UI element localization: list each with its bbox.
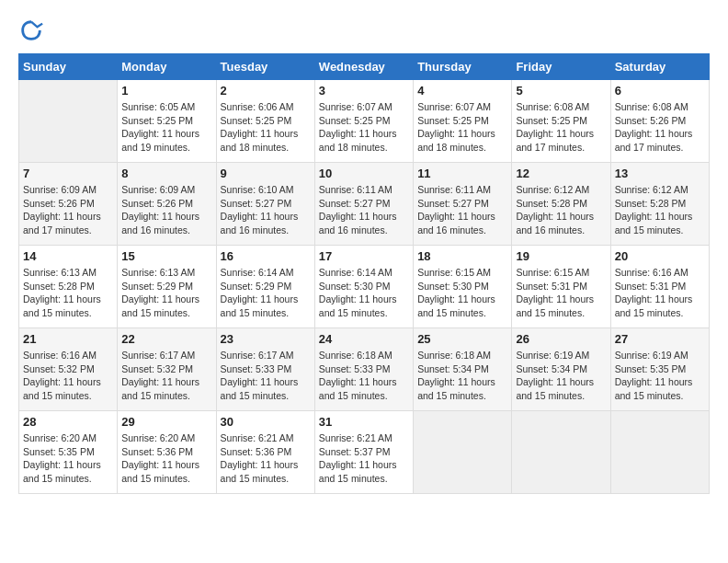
calendar-cell <box>414 411 512 494</box>
calendar-cell: 31Sunrise: 6:21 AMSunset: 5:37 PMDayligh… <box>314 411 413 494</box>
calendar-cell <box>610 411 709 494</box>
calendar-cell: 14Sunrise: 6:13 AMSunset: 5:28 PMDayligh… <box>19 246 118 328</box>
calendar-cell: 1Sunrise: 6:05 AMSunset: 5:25 PMDaylight… <box>118 80 216 163</box>
day-number: 16 <box>221 249 311 263</box>
day-number: 18 <box>417 249 507 263</box>
calendar-table: SundayMondayTuesdayWednesdayThursdayFrid… <box>18 53 710 494</box>
day-info: Sunrise: 6:21 AMSunset: 5:36 PMDaylight:… <box>221 431 311 486</box>
calendar-cell: 30Sunrise: 6:21 AMSunset: 5:36 PMDayligh… <box>216 411 314 494</box>
calendar-cell: 2Sunrise: 6:06 AMSunset: 5:25 PMDaylight… <box>216 80 314 163</box>
day-number: 8 <box>121 167 211 180</box>
day-number: 6 <box>615 84 705 98</box>
day-info: Sunrise: 6:09 AMSunset: 5:26 PMDaylight:… <box>121 183 211 237</box>
day-info: Sunrise: 6:15 AMSunset: 5:30 PMDaylight:… <box>417 266 507 320</box>
weekday-header-monday: Monday <box>118 54 216 80</box>
calendar-cell: 11Sunrise: 6:11 AMSunset: 5:27 PMDayligh… <box>414 163 512 246</box>
day-info: Sunrise: 6:10 AMSunset: 5:27 PMDaylight:… <box>221 183 311 237</box>
day-number: 25 <box>417 332 507 346</box>
weekday-header-wednesday: Wednesday <box>314 54 413 80</box>
day-info: Sunrise: 6:09 AMSunset: 5:26 PMDaylight:… <box>23 183 113 237</box>
calendar-cell: 26Sunrise: 6:19 AMSunset: 5:34 PMDayligh… <box>512 328 610 411</box>
day-number: 14 <box>23 249 113 263</box>
logo <box>18 18 48 44</box>
day-number: 26 <box>516 332 606 346</box>
day-info: Sunrise: 6:18 AMSunset: 5:34 PMDaylight:… <box>417 349 507 403</box>
day-number: 31 <box>319 415 409 429</box>
day-number: 2 <box>221 84 311 98</box>
weekday-header-saturday: Saturday <box>610 54 709 80</box>
day-info: Sunrise: 6:12 AMSunset: 5:28 PMDaylight:… <box>615 183 705 237</box>
calendar-cell: 4Sunrise: 6:07 AMSunset: 5:25 PMDaylight… <box>414 80 512 163</box>
day-number: 19 <box>516 249 606 263</box>
day-info: Sunrise: 6:11 AMSunset: 5:27 PMDaylight:… <box>417 183 507 237</box>
calendar-cell: 3Sunrise: 6:07 AMSunset: 5:25 PMDaylight… <box>314 80 413 163</box>
calendar-cell: 22Sunrise: 6:17 AMSunset: 5:32 PMDayligh… <box>118 328 216 411</box>
day-info: Sunrise: 6:17 AMSunset: 5:33 PMDaylight:… <box>221 349 311 403</box>
day-number: 12 <box>516 167 606 180</box>
calendar-cell: 6Sunrise: 6:08 AMSunset: 5:26 PMDaylight… <box>610 80 709 163</box>
calendar-cell: 16Sunrise: 6:14 AMSunset: 5:29 PMDayligh… <box>216 246 314 328</box>
calendar-cell: 10Sunrise: 6:11 AMSunset: 5:27 PMDayligh… <box>314 163 413 246</box>
day-number: 11 <box>417 167 507 180</box>
day-info: Sunrise: 6:21 AMSunset: 5:37 PMDaylight:… <box>319 431 409 486</box>
day-number: 13 <box>615 167 705 180</box>
day-info: Sunrise: 6:16 AMSunset: 5:32 PMDaylight:… <box>23 349 113 403</box>
day-number: 7 <box>23 167 113 180</box>
calendar-cell: 28Sunrise: 6:20 AMSunset: 5:35 PMDayligh… <box>19 411 118 494</box>
calendar-cell: 12Sunrise: 6:12 AMSunset: 5:28 PMDayligh… <box>512 163 610 246</box>
calendar-cell: 29Sunrise: 6:20 AMSunset: 5:36 PMDayligh… <box>118 411 216 494</box>
calendar-cell: 17Sunrise: 6:14 AMSunset: 5:30 PMDayligh… <box>314 246 413 328</box>
day-number: 4 <box>417 84 507 98</box>
calendar-week-3: 14Sunrise: 6:13 AMSunset: 5:28 PMDayligh… <box>19 246 710 328</box>
calendar-week-4: 21Sunrise: 6:16 AMSunset: 5:32 PMDayligh… <box>19 328 710 411</box>
day-info: Sunrise: 6:14 AMSunset: 5:30 PMDaylight:… <box>319 266 409 320</box>
day-info: Sunrise: 6:20 AMSunset: 5:35 PMDaylight:… <box>23 431 113 486</box>
day-number: 27 <box>615 332 705 346</box>
calendar-cell: 19Sunrise: 6:15 AMSunset: 5:31 PMDayligh… <box>512 246 610 328</box>
day-number: 28 <box>23 415 113 429</box>
day-info: Sunrise: 6:12 AMSunset: 5:28 PMDaylight:… <box>516 183 606 237</box>
day-number: 21 <box>23 332 113 346</box>
logo-icon <box>18 18 44 44</box>
calendar-week-5: 28Sunrise: 6:20 AMSunset: 5:35 PMDayligh… <box>19 411 710 494</box>
day-info: Sunrise: 6:19 AMSunset: 5:35 PMDaylight:… <box>615 349 705 403</box>
day-number: 5 <box>516 84 606 98</box>
day-info: Sunrise: 6:07 AMSunset: 5:25 PMDaylight:… <box>319 100 409 155</box>
day-info: Sunrise: 6:15 AMSunset: 5:31 PMDaylight:… <box>516 266 606 320</box>
day-number: 29 <box>121 415 211 429</box>
day-info: Sunrise: 6:18 AMSunset: 5:33 PMDaylight:… <box>319 349 409 403</box>
weekday-header-thursday: Thursday <box>414 54 512 80</box>
day-number: 30 <box>221 415 311 429</box>
calendar-cell: 20Sunrise: 6:16 AMSunset: 5:31 PMDayligh… <box>610 246 709 328</box>
calendar-cell: 27Sunrise: 6:19 AMSunset: 5:35 PMDayligh… <box>610 328 709 411</box>
weekday-header-sunday: Sunday <box>19 54 118 80</box>
day-info: Sunrise: 6:07 AMSunset: 5:25 PMDaylight:… <box>417 100 507 155</box>
day-info: Sunrise: 6:16 AMSunset: 5:31 PMDaylight:… <box>615 266 705 320</box>
day-info: Sunrise: 6:05 AMSunset: 5:25 PMDaylight:… <box>121 100 211 155</box>
calendar-cell: 13Sunrise: 6:12 AMSunset: 5:28 PMDayligh… <box>610 163 709 246</box>
calendar-cell: 23Sunrise: 6:17 AMSunset: 5:33 PMDayligh… <box>216 328 314 411</box>
day-info: Sunrise: 6:20 AMSunset: 5:36 PMDaylight:… <box>121 431 211 486</box>
day-info: Sunrise: 6:08 AMSunset: 5:25 PMDaylight:… <box>516 100 606 155</box>
calendar-cell: 9Sunrise: 6:10 AMSunset: 5:27 PMDaylight… <box>216 163 314 246</box>
calendar-cell: 8Sunrise: 6:09 AMSunset: 5:26 PMDaylight… <box>118 163 216 246</box>
day-info: Sunrise: 6:13 AMSunset: 5:29 PMDaylight:… <box>121 266 211 320</box>
day-number: 9 <box>221 167 311 180</box>
day-number: 10 <box>319 167 409 180</box>
weekday-header-tuesday: Tuesday <box>216 54 314 80</box>
calendar-cell: 25Sunrise: 6:18 AMSunset: 5:34 PMDayligh… <box>414 328 512 411</box>
calendar-cell <box>19 80 118 163</box>
day-number: 23 <box>221 332 311 346</box>
day-number: 15 <box>121 249 211 263</box>
calendar-cell <box>512 411 610 494</box>
calendar-week-2: 7Sunrise: 6:09 AMSunset: 5:26 PMDaylight… <box>19 163 710 246</box>
day-info: Sunrise: 6:19 AMSunset: 5:34 PMDaylight:… <box>516 349 606 403</box>
page-header <box>18 18 710 44</box>
day-info: Sunrise: 6:11 AMSunset: 5:27 PMDaylight:… <box>319 183 409 237</box>
day-number: 24 <box>319 332 409 346</box>
day-info: Sunrise: 6:06 AMSunset: 5:25 PMDaylight:… <box>221 100 311 155</box>
day-number: 20 <box>615 249 705 263</box>
day-info: Sunrise: 6:17 AMSunset: 5:32 PMDaylight:… <box>121 349 211 403</box>
calendar-cell: 21Sunrise: 6:16 AMSunset: 5:32 PMDayligh… <box>19 328 118 411</box>
day-number: 17 <box>319 249 409 263</box>
